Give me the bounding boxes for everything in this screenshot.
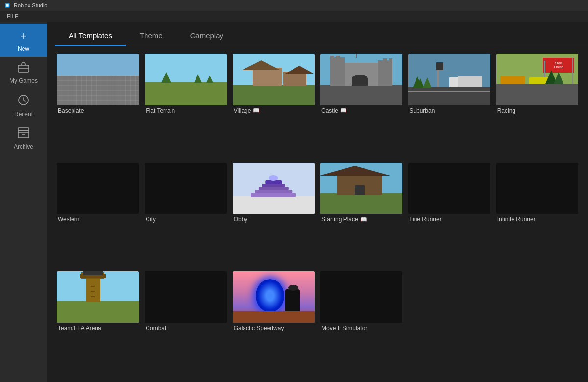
templates-grid: Baseplate Flat Terrain — [47, 46, 588, 382]
template-name-western: Western — [57, 214, 139, 224]
title-bar: Roblox Studio — [0, 0, 588, 11]
template-starting-place[interactable]: Starting Place 📖 — [320, 163, 402, 266]
template-thumb-flat-terrain — [145, 54, 226, 105]
template-infinite-runner[interactable]: Infinite Runner — [496, 163, 578, 266]
template-name-move-it: Move It Simulator — [320, 323, 402, 332]
sidebar-label-recent: Recent — [14, 111, 33, 118]
tab-all-templates[interactable]: All Templates — [55, 26, 126, 46]
template-thumb-suburban — [408, 54, 490, 105]
plus-icon: ＋ — [18, 28, 29, 43]
template-name-castle: Castle 📖 — [320, 105, 402, 115]
template-flat-terrain[interactable]: Flat Terrain — [145, 54, 226, 157]
main-layout: ＋ New My Games Recent — [0, 22, 588, 382]
template-thumb-infinite-runner — [496, 163, 578, 214]
template-city[interactable]: City — [145, 163, 226, 266]
template-thumb-combat — [145, 271, 226, 323]
template-thumb-baseplate — [57, 54, 139, 105]
svg-rect-7 — [18, 128, 29, 130]
template-thumb-city — [145, 163, 226, 214]
template-baseplate[interactable]: Baseplate — [57, 54, 139, 157]
template-name-starting-place: Starting Place 📖 — [320, 214, 402, 224]
template-thumb-line-runner — [408, 163, 490, 214]
template-racing[interactable]: StartFinish Racing — [496, 54, 578, 157]
book-icon-castle: 📖 — [340, 107, 347, 114]
template-name-suburban: Suburban — [408, 105, 490, 115]
template-suburban[interactable]: Suburban — [408, 54, 490, 157]
tabs-bar: All Templates Theme Gameplay — [47, 22, 588, 46]
sidebar-item-new[interactable]: ＋ New — [0, 24, 47, 57]
tab-theme[interactable]: Theme — [126, 26, 176, 46]
sidebar-label-my-games: My Games — [9, 77, 38, 84]
menu-bar: FILE — [0, 11, 588, 22]
template-thumb-team-arena — [57, 271, 139, 323]
app-title: Roblox Studio — [14, 2, 48, 8]
template-western[interactable]: Western — [57, 163, 139, 266]
template-thumb-castle — [320, 54, 402, 105]
svg-rect-1 — [6, 4, 8, 6]
sidebar-label-archive: Archive — [14, 143, 33, 150]
template-thumb-move-it — [320, 271, 402, 323]
template-name-racing: Racing — [496, 105, 578, 115]
clock-icon — [18, 94, 29, 109]
template-thumb-western — [57, 163, 139, 214]
book-icon-starting-place: 📖 — [360, 216, 367, 223]
template-thumb-obby — [233, 163, 315, 214]
template-name-galactic-speedway: Galactic Speedway — [233, 323, 315, 332]
template-name-obby: Obby — [233, 214, 315, 224]
template-name-baseplate: Baseplate — [57, 105, 139, 115]
archive-icon — [18, 127, 29, 141]
sidebar-label-new: New — [18, 45, 29, 52]
template-name-combat: Combat — [145, 323, 226, 332]
template-thumb-galactic — [233, 271, 315, 323]
template-move-it-simulator[interactable]: Move It Simulator — [320, 271, 402, 374]
content-area: All Templates Theme Gameplay Baseplate — [47, 22, 588, 382]
template-thumb-starting-place — [320, 163, 402, 214]
template-name-flat-terrain: Flat Terrain — [145, 105, 226, 115]
briefcase-icon — [18, 62, 29, 76]
template-galactic-speedway[interactable]: Galactic Speedway — [233, 271, 315, 374]
roblox-logo — [4, 2, 11, 9]
template-name-village: Village 📖 — [233, 105, 315, 115]
template-name-team-arena: Team/FFA Arena — [57, 323, 139, 332]
tab-gameplay[interactable]: Gameplay — [176, 26, 237, 46]
template-obby[interactable]: Obby — [233, 163, 315, 266]
template-village[interactable]: Village 📖 — [233, 54, 315, 157]
svg-rect-2 — [18, 65, 29, 72]
template-combat[interactable]: Combat — [145, 271, 226, 374]
template-name-city: City — [145, 214, 226, 224]
sidebar-item-archive[interactable]: Archive — [0, 123, 47, 155]
template-name-infinite-runner: Infinite Runner — [496, 214, 578, 224]
template-name-line-runner: Line Runner — [408, 214, 490, 224]
template-line-runner[interactable]: Line Runner — [408, 163, 490, 266]
file-menu[interactable]: FILE — [4, 13, 21, 19]
book-icon-village: 📖 — [253, 107, 260, 114]
template-castle[interactable]: Castle 📖 — [320, 54, 402, 157]
template-thumb-village — [233, 54, 315, 105]
sidebar: ＋ New My Games Recent — [0, 22, 47, 382]
sidebar-item-my-games[interactable]: My Games — [0, 57, 47, 89]
template-thumb-racing: StartFinish — [496, 54, 578, 105]
sidebar-item-recent[interactable]: Recent — [0, 89, 47, 123]
template-team-arena[interactable]: Team/FFA Arena — [57, 271, 139, 374]
